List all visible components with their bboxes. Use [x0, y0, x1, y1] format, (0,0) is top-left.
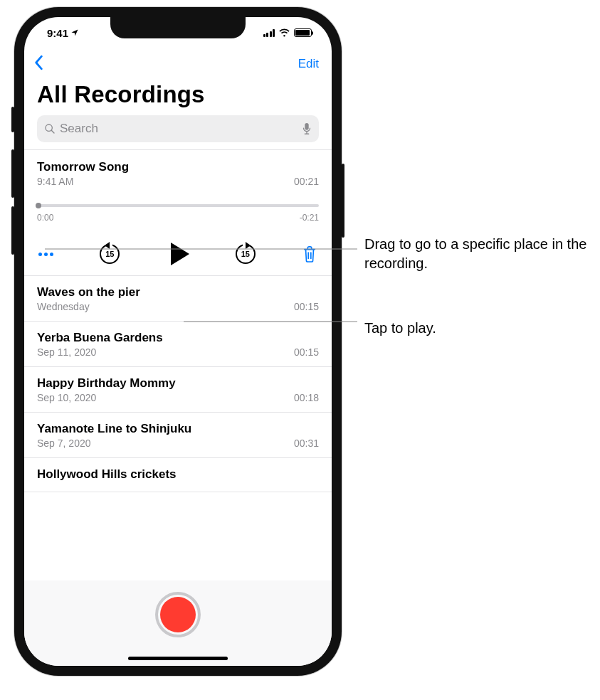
callout-play: Tap to play.	[364, 319, 436, 338]
notch	[110, 17, 246, 38]
callout-slider: Drag to go to a specific place in the re…	[364, 235, 600, 273]
callout-line-slider	[0, 0, 600, 700]
